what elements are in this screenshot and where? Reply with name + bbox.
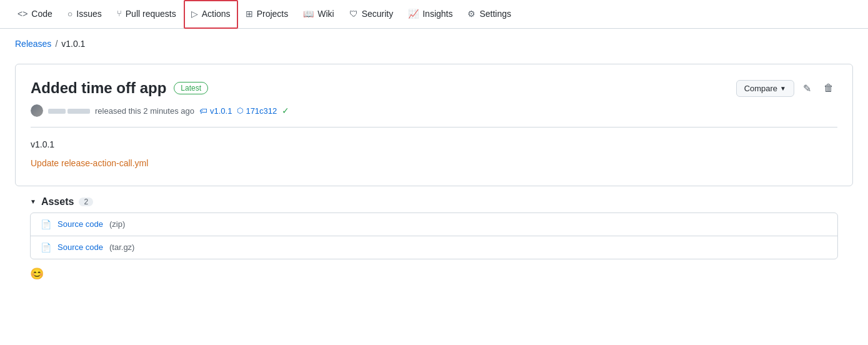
avatar-image xyxy=(31,104,43,117)
breadcrumb-separator: / xyxy=(55,39,57,49)
file-zip-icon: 📄 xyxy=(41,219,51,229)
file-targz-icon: 📄 xyxy=(41,242,51,252)
zip-format-label: (zip) xyxy=(109,219,125,229)
breadcrumb-current: v1.0.1 xyxy=(61,39,85,49)
trash-icon: 🗑 xyxy=(824,82,834,93)
tag-icon: 🏷 xyxy=(199,106,207,116)
commit-link[interactable]: ⬡ 171c312 xyxy=(237,106,277,116)
actions-icon: ▷ xyxy=(191,9,198,19)
code-icon: <> xyxy=(17,9,27,19)
source-code-targz-link[interactable]: Source code xyxy=(57,242,103,252)
release-title-row: Added time off app Latest xyxy=(31,79,208,97)
update-text: Update release-action-call.yml xyxy=(31,156,837,170)
nav-item-code[interactable]: <> Code xyxy=(10,0,60,29)
release-card: Added time off app Latest Compare ▼ ✎ 🗑 xyxy=(15,64,853,186)
nav-item-insights[interactable]: 📈 Insights xyxy=(401,0,460,29)
top-navigation: <> Code ○ Issues ⑂ Pull requests ▷ Actio… xyxy=(0,0,868,29)
nav-item-security[interactable]: 🛡 Security xyxy=(342,0,401,29)
released-text: released this 2 minutes ago xyxy=(95,106,194,116)
assets-list: 📄 Source code (zip) 📄 Source code (tar.g… xyxy=(30,212,838,259)
main-content: Added time off app Latest Compare ▼ ✎ 🗑 xyxy=(0,54,868,298)
divider xyxy=(31,127,837,128)
assets-triangle-icon: ▼ xyxy=(30,198,36,205)
nav-item-issues[interactable]: ○ Issues xyxy=(60,0,109,29)
assets-count: 2 xyxy=(79,198,93,206)
issues-icon: ○ xyxy=(67,9,72,19)
insights-icon: 📈 xyxy=(408,9,419,19)
commit-icon: ⬡ xyxy=(237,106,243,115)
release-actions: Compare ▼ ✎ 🗑 xyxy=(736,80,837,97)
smiley-icon: 😊 xyxy=(30,267,44,281)
edit-button[interactable]: ✎ xyxy=(799,80,815,97)
projects-icon: ⊞ xyxy=(246,9,253,19)
source-code-zip-link[interactable]: Source code xyxy=(57,219,103,229)
assets-label: Assets xyxy=(41,196,74,208)
tag-link[interactable]: 🏷 v1.0.1 xyxy=(199,106,232,116)
status-check-icon: ✓ xyxy=(282,106,289,116)
asset-item-targz[interactable]: 📄 Source code (tar.gz) xyxy=(31,236,837,259)
nav-item-pull-requests[interactable]: ⑂ Pull requests xyxy=(109,0,184,29)
wiki-icon: 📖 xyxy=(303,9,314,19)
targz-format-label: (tar.gz) xyxy=(109,242,134,252)
pencil-icon: ✎ xyxy=(803,83,811,94)
chevron-down-icon: ▼ xyxy=(780,85,786,92)
release-notes: v1.0.1 Update release-action-call.yml xyxy=(31,138,837,171)
username-display xyxy=(48,106,90,116)
assets-header[interactable]: ▼ Assets 2 xyxy=(15,186,853,212)
security-icon: 🛡 xyxy=(349,9,358,19)
latest-badge: Latest xyxy=(174,82,208,94)
delete-button[interactable]: 🗑 xyxy=(820,80,837,96)
emoji-reaction-button[interactable]: 😊 xyxy=(15,259,59,288)
avatar xyxy=(31,104,43,117)
breadcrumb: Releases / v1.0.1 xyxy=(0,29,868,54)
pull-requests-icon: ⑂ xyxy=(117,9,122,18)
compare-button[interactable]: Compare ▼ xyxy=(736,80,794,97)
breadcrumb-parent-link[interactable]: Releases xyxy=(15,39,51,49)
nav-item-wiki[interactable]: 📖 Wiki xyxy=(296,0,341,29)
release-meta: released this 2 minutes ago 🏷 v1.0.1 ⬡ 1… xyxy=(31,104,837,117)
assets-section: ▼ Assets 2 📄 Source code (zip) 📄 Source … xyxy=(15,186,853,288)
nav-item-projects[interactable]: ⊞ Projects xyxy=(238,0,296,29)
asset-item-zip[interactable]: 📄 Source code (zip) xyxy=(31,213,837,236)
release-header: Added time off app Latest Compare ▼ ✎ 🗑 xyxy=(31,79,837,97)
nav-item-actions[interactable]: ▷ Actions xyxy=(184,0,238,29)
version-tag: v1.0.1 xyxy=(31,138,837,151)
release-title: Added time off app xyxy=(31,79,166,97)
settings-icon: ⚙ xyxy=(467,9,476,19)
nav-item-settings[interactable]: ⚙ Settings xyxy=(460,0,519,29)
